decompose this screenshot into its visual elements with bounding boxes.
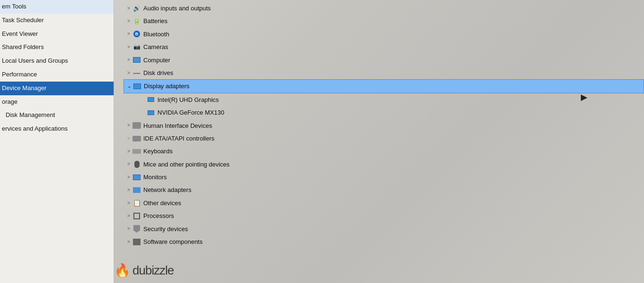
device-intel-graphics[interactable]: Intel(R) UHD Graphics [124, 93, 644, 106]
nvidia-icon [146, 109, 156, 117]
chevron-disk: > [125, 69, 132, 77]
chevron-network: > [125, 186, 132, 194]
device-keyboards[interactable]: > Keyboards [124, 145, 644, 158]
device-monitors[interactable]: > Monitors [124, 171, 644, 183]
sidebar: em Tools Task Scheduler Event Viewer Sha… [0, 0, 114, 283]
sidebar-item-services[interactable]: ervices and Applications [0, 122, 114, 136]
cursor-arrow: ▶ [581, 92, 587, 102]
chevron-mice: > [125, 160, 132, 168]
sidebar-item-device-manager[interactable]: Device Manager [0, 82, 114, 95]
device-disk-drives[interactable]: > — Disk drives [124, 67, 644, 79]
device-processors[interactable]: > Processors [124, 209, 644, 222]
chevron-display: ⌄ [126, 82, 132, 91]
chevron-hid: > [125, 121, 132, 130]
device-ide[interactable]: > IDE ATA/ATAPI controllers [124, 132, 644, 145]
device-security[interactable]: > Security devices [124, 223, 644, 235]
intel-graphics-icon [146, 96, 156, 103]
sidebar-item-performance[interactable]: Performance [0, 68, 114, 82]
sidebar-item-task-scheduler[interactable]: Task Scheduler [0, 14, 114, 27]
chevron-ide: > [125, 134, 132, 143]
monitor-icon [132, 174, 141, 181]
chevron-software: > [125, 238, 132, 246]
watermark: 🔥 dubizzle [114, 263, 173, 278]
chevron-security: > [125, 225, 132, 233]
device-cameras[interactable]: > 📷 Cameras [124, 41, 644, 53]
device-mice[interactable]: > Mice and other pointing devices [124, 158, 644, 171]
device-computer[interactable]: > Computer [124, 54, 644, 67]
watermark-text: dubizzle [132, 263, 173, 278]
sidebar-item-local-users[interactable]: Local Users and Groups [0, 54, 114, 68]
sidebar-item-orage[interactable]: orage [0, 95, 114, 109]
camera-icon: 📷 [132, 43, 141, 51]
chevron-cameras: > [125, 43, 132, 51]
device-tree: > 🔊 Audio inputs and outputs > 🔋 Batteri… [114, 2, 644, 248]
device-audio[interactable]: > 🔊 Audio inputs and outputs [124, 2, 644, 15]
device-nvidia[interactable]: NVIDIA GeForce MX130 [124, 106, 644, 119]
device-network[interactable]: > Network adapters [124, 183, 644, 196]
disk-icon: — [132, 69, 141, 77]
processor-icon [132, 212, 141, 220]
computer-icon [132, 56, 141, 64]
chevron-monitors: > [125, 173, 132, 182]
ide-icon [132, 135, 141, 142]
watermark-flame: 🔥 [114, 263, 131, 278]
chevron-bluetooth: > [125, 30, 132, 38]
chevron-batteries: > [125, 17, 132, 25]
chevron-keyboards: > [125, 147, 132, 156]
keyboard-icon [132, 148, 141, 155]
audio-icon: 🔊 [132, 5, 141, 12]
device-software[interactable]: > Software components [124, 235, 644, 248]
device-bluetooth[interactable]: > B Bluetooth [124, 28, 644, 41]
chevron-other: > [125, 199, 132, 208]
other-icon: 📋 [132, 200, 141, 207]
sidebar-item-event-viewer[interactable]: Event Viewer [0, 27, 114, 41]
sidebar-item-disk-management[interactable]: Disk Management [0, 108, 114, 122]
sidebar-item-shared-folders[interactable]: Shared Folders [0, 41, 114, 54]
device-manager-panel: > 🔊 Audio inputs and outputs > 🔋 Batteri… [114, 0, 644, 283]
network-icon [132, 186, 141, 194]
security-icon [132, 225, 141, 233]
bluetooth-icon: B [132, 30, 141, 38]
hid-icon [132, 122, 141, 129]
chevron-processors: > [125, 212, 132, 220]
chevron-computer: > [125, 56, 132, 64]
device-batteries[interactable]: > 🔋 Batteries [124, 15, 644, 27]
device-display-adapters[interactable]: ⌄ Display adapters [124, 79, 644, 93]
device-hid[interactable]: > Human Interface Devices [124, 119, 644, 132]
chevron-audio: > [125, 4, 132, 13]
battery-icon: 🔋 [132, 17, 141, 25]
sidebar-item-em-tools[interactable]: em Tools [0, 0, 114, 14]
software-icon [132, 238, 141, 246]
device-other[interactable]: > 📋 Other devices [124, 197, 644, 209]
display-adapter-icon [132, 83, 142, 90]
mouse-icon [132, 160, 141, 168]
